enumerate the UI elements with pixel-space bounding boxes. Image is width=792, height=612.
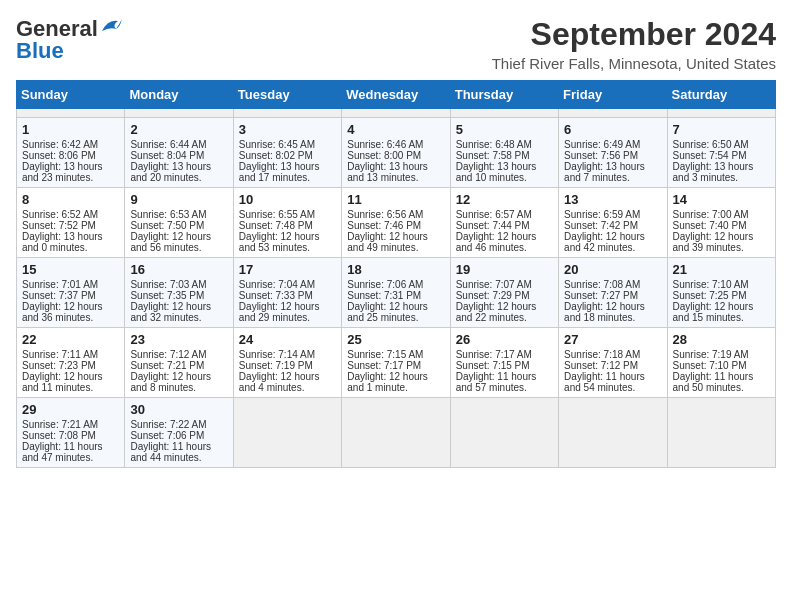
day-info-line: Sunrise: 7:00 AM [673,209,770,220]
day-info-line: and 42 minutes. [564,242,661,253]
day-info-line: Sunrise: 6:52 AM [22,209,119,220]
day-info-line: Sunrise: 7:21 AM [22,419,119,430]
calendar-cell [559,109,667,118]
calendar-cell: 6Sunrise: 6:49 AMSunset: 7:56 PMDaylight… [559,118,667,188]
day-number: 2 [130,122,227,137]
calendar-header-monday: Monday [125,81,233,109]
day-info-line: Sunrise: 7:10 AM [673,279,770,290]
day-info-line: Daylight: 12 hours [130,371,227,382]
day-info-line: and 7 minutes. [564,172,661,183]
day-info-line: Sunset: 7:25 PM [673,290,770,301]
calendar-week-row: 29Sunrise: 7:21 AMSunset: 7:08 PMDayligh… [17,398,776,468]
calendar-cell: 3Sunrise: 6:45 AMSunset: 8:02 PMDaylight… [233,118,341,188]
day-number: 14 [673,192,770,207]
calendar-cell: 7Sunrise: 6:50 AMSunset: 7:54 PMDaylight… [667,118,775,188]
day-info-line: Sunset: 7:58 PM [456,150,553,161]
day-info-line: and 36 minutes. [22,312,119,323]
day-info-line: Sunrise: 6:48 AM [456,139,553,150]
day-info-line: Sunrise: 7:03 AM [130,279,227,290]
calendar-cell: 24Sunrise: 7:14 AMSunset: 7:19 PMDayligh… [233,328,341,398]
day-info-line: Daylight: 12 hours [22,371,119,382]
day-number: 9 [130,192,227,207]
day-number: 11 [347,192,444,207]
day-number: 21 [673,262,770,277]
day-info-line: Sunset: 7:19 PM [239,360,336,371]
day-info-line: Daylight: 13 hours [673,161,770,172]
day-info-line: Sunrise: 6:44 AM [130,139,227,150]
calendar-cell: 25Sunrise: 7:15 AMSunset: 7:17 PMDayligh… [342,328,450,398]
day-info-line: Sunset: 7:48 PM [239,220,336,231]
day-info-line: and 54 minutes. [564,382,661,393]
logo-blue: Blue [16,38,64,64]
calendar-week-row: 1Sunrise: 6:42 AMSunset: 8:06 PMDaylight… [17,118,776,188]
day-info-line: and 0 minutes. [22,242,119,253]
day-info-line: Daylight: 13 hours [347,161,444,172]
day-number: 8 [22,192,119,207]
day-info-line: Sunset: 7:27 PM [564,290,661,301]
day-info-line: and 20 minutes. [130,172,227,183]
calendar-cell [559,398,667,468]
calendar-cell: 12Sunrise: 6:57 AMSunset: 7:44 PMDayligh… [450,188,558,258]
calendar-cell [667,398,775,468]
calendar-cell: 11Sunrise: 6:56 AMSunset: 7:46 PMDayligh… [342,188,450,258]
calendar-cell: 18Sunrise: 7:06 AMSunset: 7:31 PMDayligh… [342,258,450,328]
day-info-line: Daylight: 12 hours [564,231,661,242]
day-number: 22 [22,332,119,347]
day-info-line: Sunset: 7:33 PM [239,290,336,301]
day-info-line: Sunset: 8:04 PM [130,150,227,161]
day-info-line: Daylight: 13 hours [22,161,119,172]
day-info-line: Sunrise: 6:45 AM [239,139,336,150]
day-info-line: Sunrise: 7:06 AM [347,279,444,290]
day-info-line: Sunset: 7:10 PM [673,360,770,371]
calendar-cell [233,398,341,468]
calendar-header-friday: Friday [559,81,667,109]
day-info-line: Daylight: 12 hours [456,231,553,242]
day-info-line: Daylight: 11 hours [22,441,119,452]
calendar-cell: 20Sunrise: 7:08 AMSunset: 7:27 PMDayligh… [559,258,667,328]
day-info-line: Sunset: 7:06 PM [130,430,227,441]
day-info-line: Sunrise: 7:04 AM [239,279,336,290]
day-info-line: and 53 minutes. [239,242,336,253]
day-info-line: and 47 minutes. [22,452,119,463]
day-info-line: Daylight: 11 hours [456,371,553,382]
day-number: 7 [673,122,770,137]
day-info-line: Sunrise: 6:59 AM [564,209,661,220]
day-info-line: Sunrise: 7:12 AM [130,349,227,360]
day-number: 4 [347,122,444,137]
day-number: 24 [239,332,336,347]
calendar-header-tuesday: Tuesday [233,81,341,109]
day-info-line: Sunrise: 6:42 AM [22,139,119,150]
day-number: 17 [239,262,336,277]
calendar-cell [125,109,233,118]
day-info-line: Daylight: 11 hours [673,371,770,382]
day-number: 1 [22,122,119,137]
title-area: September 2024 Thief River Falls, Minnes… [492,16,776,72]
day-info-line: Sunset: 7:17 PM [347,360,444,371]
calendar-week-row: 15Sunrise: 7:01 AMSunset: 7:37 PMDayligh… [17,258,776,328]
day-number: 19 [456,262,553,277]
day-info-line: Sunset: 7:37 PM [22,290,119,301]
day-number: 12 [456,192,553,207]
calendar-cell: 26Sunrise: 7:17 AMSunset: 7:15 PMDayligh… [450,328,558,398]
day-info-line: Sunrise: 7:19 AM [673,349,770,360]
calendar-cell: 5Sunrise: 6:48 AMSunset: 7:58 PMDaylight… [450,118,558,188]
calendar-cell: 10Sunrise: 6:55 AMSunset: 7:48 PMDayligh… [233,188,341,258]
day-number: 23 [130,332,227,347]
calendar-cell: 29Sunrise: 7:21 AMSunset: 7:08 PMDayligh… [17,398,125,468]
day-info-line: Daylight: 12 hours [239,371,336,382]
day-info-line: Daylight: 12 hours [564,301,661,312]
calendar-cell: 16Sunrise: 7:03 AMSunset: 7:35 PMDayligh… [125,258,233,328]
calendar-header-sunday: Sunday [17,81,125,109]
day-info-line: Daylight: 12 hours [673,231,770,242]
day-info-line: Sunrise: 7:18 AM [564,349,661,360]
calendar-cell [233,109,341,118]
day-info-line: and 1 minute. [347,382,444,393]
calendar-cell [450,398,558,468]
day-info-line: and 49 minutes. [347,242,444,253]
day-info-line: Sunset: 8:00 PM [347,150,444,161]
day-info-line: Sunset: 7:31 PM [347,290,444,301]
day-info-line: Sunrise: 6:49 AM [564,139,661,150]
day-info-line: and 4 minutes. [239,382,336,393]
day-info-line: and 50 minutes. [673,382,770,393]
day-number: 28 [673,332,770,347]
